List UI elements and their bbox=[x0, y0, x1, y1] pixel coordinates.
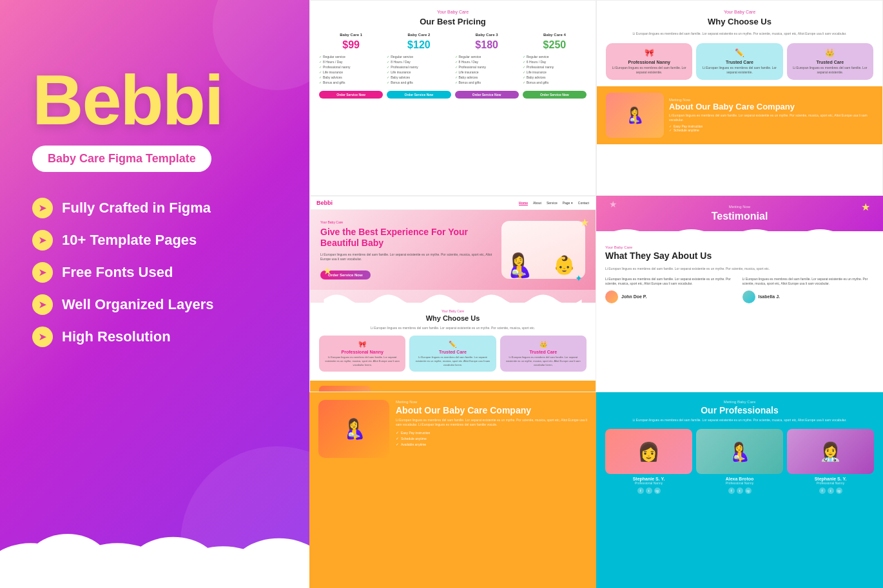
prof-role-2: Professional Nanny bbox=[696, 481, 783, 485]
why-box-title-1: Professional Nanny bbox=[610, 60, 688, 64]
col-name-2: Baby Care 2 bbox=[387, 33, 451, 37]
prof-name-2: Alexa Brotoo bbox=[696, 477, 783, 481]
nav-service[interactable]: Service bbox=[547, 201, 558, 205]
why-choose-us-preview: Your Baby Care Why Choose Us Li Europan … bbox=[596, 0, 883, 196]
why-icon-1: 🎀 bbox=[610, 48, 688, 57]
about-mini-desc: Li Europan lingues es membres del sam fa… bbox=[669, 113, 873, 122]
pf-1-4: Life insurance bbox=[319, 70, 383, 74]
review-name-2: Isabella J. bbox=[759, 294, 780, 299]
review-text-1: Li Europan lingues es membres del sam fa… bbox=[605, 277, 737, 287]
pricing-btn-3[interactable]: Order Service Now bbox=[455, 91, 519, 99]
about-mini-photo: 🤱 bbox=[606, 93, 664, 138]
feature-icon-5 bbox=[32, 327, 53, 347]
pwb-title-2: Trusted Care bbox=[413, 350, 492, 354]
pricing-btn-4[interactable]: Order Service Now bbox=[523, 91, 587, 99]
pwb-desc-2: Li Europan lingues es membres del sam fa… bbox=[413, 356, 492, 366]
feature-item-2: 10+ Template Pages bbox=[32, 230, 277, 251]
ba-bullet-1: Easy Pay instruction bbox=[396, 430, 587, 435]
why-box-desc-2: Li Europan lingues es membres del sam fa… bbox=[700, 66, 779, 75]
prof-item-3: 👩‍⚕️ Stephanie S. Y. Professional Nanny … bbox=[787, 429, 874, 494]
star-cyan: ✦ bbox=[575, 273, 583, 283]
pricing-col-3: Baby Care 3 $180 Regular service 8 Hours… bbox=[455, 33, 519, 99]
prof-ig-1[interactable]: ig bbox=[654, 488, 661, 494]
review-author-1: John Doe P. bbox=[605, 290, 737, 303]
why-title: Why Choose Us bbox=[606, 17, 873, 26]
preview-hero-desc: Li Europan lingues es membres del sam fa… bbox=[320, 252, 495, 262]
preview-hero-image bbox=[501, 221, 585, 279]
prof-photo-1: 👩 bbox=[605, 429, 692, 474]
why-icon-2: ✏️ bbox=[700, 48, 779, 57]
nav-about[interactable]: About bbox=[533, 201, 541, 205]
preview-why-box-3: 👑 Trusted Care Li Europan lingues es mem… bbox=[500, 336, 587, 372]
review-1: Li Europan lingues es membres del sam fa… bbox=[605, 277, 737, 303]
pwb-icon-1: 🎀 bbox=[323, 341, 402, 348]
prof-item-2: 🤱 Alexa Brotoo Professional Nanny f t ig bbox=[696, 429, 783, 494]
pwb-desc-3: Li Europan lingues es membres del sam fa… bbox=[504, 356, 583, 366]
pf-1-3: Professional nanny bbox=[319, 65, 383, 69]
prof-item-1: 👩 Stephanie S. Y. Professional Nanny f t… bbox=[605, 429, 692, 494]
col-name-4: Baby Care 4 bbox=[523, 33, 587, 37]
test-desc: Li Europan lingues es membres del sam fa… bbox=[605, 267, 874, 272]
prof-label: Metting Baby Care bbox=[605, 400, 874, 404]
preview-why-boxes: 🎀 Professional Nanny Li Europan lingues … bbox=[319, 336, 587, 372]
price-3: $180 bbox=[455, 39, 519, 51]
prof-ig-2[interactable]: ig bbox=[745, 488, 752, 494]
ba-title: About Our Baby Care Company bbox=[396, 405, 587, 416]
col-name-3: Baby Care 3 bbox=[455, 33, 519, 37]
prof-tw-1[interactable]: t bbox=[646, 488, 652, 494]
preview-why: Your Baby Care Why Choose Us Li Europan … bbox=[310, 303, 596, 378]
prof-tw-2[interactable]: t bbox=[737, 488, 743, 494]
about-bullet-2: ✓ Schedule anytime bbox=[669, 128, 873, 132]
feature-icon-1 bbox=[32, 198, 53, 218]
nav-contact[interactable]: Contact bbox=[578, 201, 589, 205]
preview-logo: Bebbi bbox=[316, 200, 333, 206]
preview-why-box-2: ✏️ Trusted Care Li Europan lingues es me… bbox=[409, 336, 496, 372]
bottom-about-content: Metting Now About Our Baby Care Company … bbox=[396, 400, 587, 448]
about-mini-bullets: ✓ Easy Pay instruction ✓ Schedule anytim… bbox=[669, 124, 873, 132]
why-boxes: 🎀 Professional Nanny Li Europan lingues … bbox=[606, 43, 873, 80]
nav-home[interactable]: Home bbox=[519, 201, 528, 205]
prof-fb-3[interactable]: f bbox=[819, 488, 826, 494]
preview-why-title: Why Choose Us bbox=[319, 314, 587, 322]
nav-page[interactable]: Page ▾ bbox=[563, 201, 573, 205]
preview-hero-heading: Give the Best Experience For Your Beauti… bbox=[320, 227, 495, 249]
price-1: $99 bbox=[319, 39, 383, 51]
ba-desc: Li Europan lingues es membres del sam fa… bbox=[396, 418, 587, 427]
test-what-title: What They Say About Us bbox=[605, 251, 874, 261]
preview-nav-links: Home About Service Page ▾ Contact bbox=[519, 201, 589, 205]
why-box-title-2: Trusted Care bbox=[700, 60, 779, 64]
pricing-label: Your Baby Care bbox=[319, 10, 587, 14]
prof-fb-1[interactable]: f bbox=[637, 488, 644, 494]
website-main-preview: Bebbi Home About Service Page ▾ Contact … bbox=[309, 196, 596, 392]
prof-tw-3[interactable]: t bbox=[828, 488, 834, 494]
pf-1-1: Regular service bbox=[319, 55, 383, 59]
pf-1-6: Bonus and gifts bbox=[319, 81, 383, 84]
preview-why-label: Your Baby Care bbox=[319, 309, 587, 313]
prof-title: Our Professionals bbox=[605, 405, 874, 415]
prof-ig-3[interactable]: ig bbox=[836, 488, 842, 494]
prof-social-2: f t ig bbox=[696, 488, 783, 494]
pf-1-2: 8 Hours / Day bbox=[319, 60, 383, 64]
ba-bullet-3: Available anytime bbox=[396, 442, 587, 446]
preview-why-box-1: 🎀 Professional Nanny Li Europan lingues … bbox=[319, 336, 405, 372]
feature-icon-2 bbox=[32, 230, 53, 251]
price-2: $120 bbox=[387, 39, 451, 51]
review-2: Li Europan lingues es membres del sam fa… bbox=[742, 277, 875, 303]
ba-label: Metting Now bbox=[396, 400, 587, 404]
pwb-desc-1: Li Europan lingues es membres del sam fa… bbox=[323, 356, 402, 366]
review-author-2: Isabella J. bbox=[742, 290, 875, 303]
pricing-btn-2[interactable]: Order Service Now bbox=[387, 91, 451, 99]
bottom-about-image: 🤱 bbox=[318, 400, 389, 458]
pricing-col-4: Baby Care 4 $250 Regular service 6 Hours… bbox=[523, 33, 587, 99]
ba-bullets: Easy Pay instruction Schedule anytime Av… bbox=[396, 430, 587, 446]
review-avatar-2 bbox=[742, 290, 755, 303]
subtitle-pill: Baby Care Figma Template bbox=[32, 146, 211, 172]
pricing-btn-1[interactable]: Order Service Now bbox=[319, 91, 383, 99]
prof-social-1: f t ig bbox=[605, 488, 692, 494]
professionals-preview: Metting Baby Care Our Professionals Li E… bbox=[596, 392, 883, 588]
col-name-1: Baby Care 1 bbox=[319, 33, 383, 37]
feature-icon-4 bbox=[32, 294, 53, 315]
prof-fb-2[interactable]: f bbox=[728, 488, 735, 494]
feature-item-4: Well Organized Layers bbox=[32, 294, 277, 315]
features-list: Fully Crafted in Figma 10+ Template Page… bbox=[32, 198, 277, 347]
